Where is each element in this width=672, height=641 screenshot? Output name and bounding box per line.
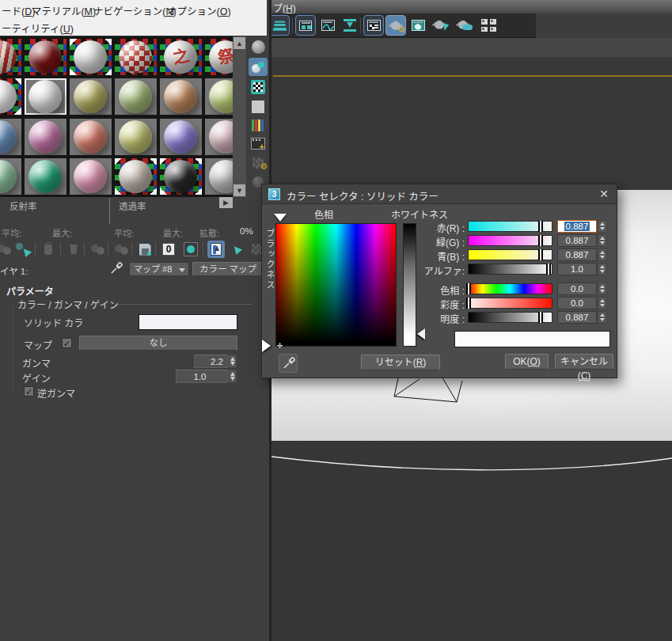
channel-slider[interactable] bbox=[468, 298, 552, 309]
reset-button[interactable]: リセット(R) bbox=[361, 355, 440, 370]
dialog-eyedropper-button[interactable] bbox=[279, 354, 298, 373]
material-swatch[interactable] bbox=[203, 157, 233, 196]
menu-mode[interactable]: ード(D) bbox=[2, 3, 35, 18]
background-checker-icon[interactable] bbox=[249, 78, 268, 96]
delete-material-icon[interactable] bbox=[65, 241, 82, 258]
cancel-button[interactable]: キャンセル(C) bbox=[555, 354, 613, 370]
menu-utilities[interactable]: ーティリティ(U) bbox=[2, 21, 74, 36]
map-checkbox[interactable]: ✓ bbox=[62, 338, 72, 348]
layer-stack-icon[interactable] bbox=[269, 15, 290, 36]
channel-value-field[interactable]: 0.0 bbox=[557, 297, 597, 309]
slider-marker-icon[interactable] bbox=[538, 312, 543, 323]
panel-grid-icon[interactable] bbox=[295, 15, 316, 36]
menu-material[interactable]: マテリアル(M) bbox=[32, 3, 96, 18]
rendered-frame-teapot-icon[interactable] bbox=[454, 15, 474, 36]
make-preview-icon[interactable] bbox=[249, 135, 268, 153]
channel-slider[interactable] bbox=[468, 283, 552, 294]
compact-material-editor-icon[interactable] bbox=[408, 15, 428, 36]
channel-value-field[interactable]: 1.0 bbox=[557, 263, 597, 275]
gamma-field[interactable]: 2.2 bbox=[194, 355, 228, 368]
parameters-header[interactable]: パラメータ bbox=[6, 284, 54, 298]
scroll-up-icon[interactable]: ▲ bbox=[233, 37, 245, 49]
curve-editor-icon[interactable] bbox=[317, 15, 338, 36]
sample-type-sphere-icon[interactable] bbox=[249, 38, 268, 56]
material-swatch[interactable] bbox=[158, 117, 203, 157]
gain-field[interactable]: 1.0 bbox=[176, 370, 228, 383]
material-swatch[interactable] bbox=[113, 157, 158, 196]
close-icon[interactable]: ✕ bbox=[599, 188, 609, 200]
gain-spinner[interactable] bbox=[228, 370, 237, 383]
slider-marker-icon[interactable] bbox=[546, 264, 551, 275]
material-swatch[interactable]: 祭 bbox=[203, 37, 233, 77]
material-swatch[interactable] bbox=[203, 77, 233, 116]
menu-options[interactable]: オプション(O) bbox=[167, 3, 231, 18]
channel-value-field[interactable]: 0.0 bbox=[557, 283, 597, 295]
material-swatch[interactable]: 之 bbox=[158, 37, 203, 77]
material-swatch[interactable] bbox=[113, 77, 158, 116]
dock-bottom-icon[interactable] bbox=[340, 15, 360, 36]
material-swatch[interactable] bbox=[68, 157, 113, 196]
backlight-icon[interactable] bbox=[249, 58, 268, 76]
channel-spinner[interactable] bbox=[598, 220, 607, 233]
material-swatch[interactable] bbox=[0, 157, 23, 196]
material-swatch[interactable] bbox=[23, 77, 68, 116]
color-map-button[interactable]: カラー マップ bbox=[192, 262, 264, 276]
map-dropdown[interactable]: マップ #8 bbox=[129, 262, 189, 276]
material-swatch[interactable] bbox=[158, 157, 203, 196]
render-preview-grid-icon[interactable] bbox=[477, 15, 501, 36]
material-swatch[interactable] bbox=[158, 77, 203, 116]
channel-spinner[interactable] bbox=[598, 234, 607, 247]
gamma-spinner[interactable] bbox=[228, 355, 237, 368]
material-swatch[interactable] bbox=[113, 117, 158, 157]
channel-value-field[interactable]: 0.887 bbox=[557, 311, 597, 324]
channel-slider[interactable] bbox=[468, 264, 552, 275]
dialog-titlebar[interactable]: 3 カラー セレクタ : ソリッド カラー ✕ bbox=[262, 184, 617, 204]
whiteness-marker-icon[interactable] bbox=[417, 328, 425, 339]
menu-help[interactable]: プ(H) bbox=[273, 1, 296, 14]
make-unique-icon[interactable] bbox=[89, 241, 106, 258]
pick-material-icon[interactable] bbox=[40, 241, 57, 258]
material-id-channel-icon[interactable]: 0 bbox=[160, 241, 177, 258]
channel-value-field[interactable]: 0.887 bbox=[557, 220, 597, 233]
sample-uv-tiling-icon[interactable] bbox=[249, 97, 268, 116]
material-swatch[interactable] bbox=[0, 77, 23, 116]
material-swatch[interactable] bbox=[23, 37, 68, 77]
material-swatch[interactable] bbox=[68, 77, 113, 116]
channel-spinner[interactable] bbox=[598, 311, 607, 324]
menu-navigation[interactable]: ナビゲーション(N) bbox=[93, 3, 177, 18]
material-swatch[interactable] bbox=[23, 157, 68, 196]
channel-value-field[interactable]: 0.887 bbox=[557, 234, 597, 247]
video-color-check-icon[interactable] bbox=[249, 116, 268, 135]
inverse-gamma-checkbox[interactable]: ✓ bbox=[24, 386, 34, 396]
slider-marker-icon[interactable] bbox=[466, 283, 471, 294]
channel-spinner[interactable] bbox=[598, 297, 607, 309]
scroll-right-icon[interactable]: ▶ bbox=[219, 197, 233, 208]
slider-marker-icon[interactable] bbox=[466, 298, 471, 309]
channel-slider[interactable] bbox=[468, 312, 552, 323]
put-material-to-scene-icon[interactable] bbox=[14, 241, 32, 258]
solid-color-swatch[interactable] bbox=[139, 314, 237, 330]
go-to-parent-icon[interactable] bbox=[228, 241, 245, 258]
slider-marker-icon[interactable] bbox=[538, 221, 543, 232]
map-none-button[interactable]: なし bbox=[79, 336, 237, 351]
channel-spinner[interactable] bbox=[598, 263, 607, 275]
material-swatch[interactable] bbox=[113, 37, 158, 77]
material-map-browser-icon[interactable] bbox=[363, 15, 384, 36]
material-swatch[interactable] bbox=[0, 117, 23, 157]
ok-button[interactable]: OK(O) bbox=[505, 354, 549, 370]
material-editor-icon[interactable]: ⚙ bbox=[385, 15, 406, 36]
slider-marker-icon[interactable] bbox=[538, 249, 543, 260]
show-shaded-material-in-viewport-icon[interactable] bbox=[207, 241, 225, 258]
render-setup-teapot-icon[interactable] bbox=[430, 15, 450, 36]
channel-slider[interactable] bbox=[468, 221, 552, 232]
eyedropper-icon[interactable] bbox=[109, 262, 125, 276]
swatch-vertical-scrollbar[interactable]: ▲ ▼ bbox=[233, 36, 246, 197]
slider-marker-icon[interactable] bbox=[538, 235, 543, 246]
blackness-marker-icon[interactable] bbox=[262, 339, 271, 352]
material-swatch[interactable] bbox=[68, 117, 113, 157]
channel-value-field[interactable]: 0.887 bbox=[557, 248, 597, 261]
save-material-icon[interactable] bbox=[136, 241, 154, 258]
channel-spinner[interactable] bbox=[598, 248, 607, 261]
put-to-library-icon[interactable] bbox=[112, 241, 130, 258]
options-icon[interactable]: ⚙ bbox=[249, 154, 268, 172]
